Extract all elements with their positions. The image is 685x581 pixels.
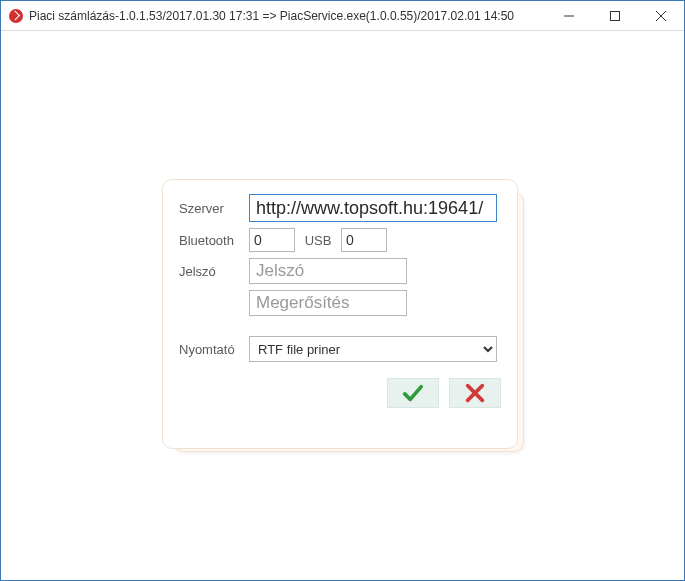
label-bluetooth: Bluetooth (179, 233, 249, 248)
window-titlebar: Piaci számlázás-1.0.1.53/2017.01.30 17:3… (1, 1, 684, 31)
client-area: Dátum Név Jelszó 2017 Szerver Bluetooth … (2, 31, 683, 579)
label-nyomtato: Nyomtató (179, 342, 249, 357)
app-icon (9, 9, 23, 23)
svg-rect-1 (611, 11, 620, 20)
checkmark-icon (402, 382, 424, 404)
ok-button[interactable] (387, 378, 439, 408)
bluetooth-input[interactable] (249, 228, 295, 252)
label-usb: USB (295, 233, 341, 248)
confirm-password-input[interactable] (249, 290, 407, 316)
password-input[interactable] (249, 258, 407, 284)
label-jelszo: Jelszó (179, 264, 249, 279)
settings-panel: Szerver Bluetooth USB Jelszó Nyomtató RT… (162, 179, 518, 449)
minimize-button[interactable] (546, 1, 592, 30)
label-szerver: Szerver (179, 201, 249, 216)
server-input[interactable] (249, 194, 497, 222)
close-button[interactable] (638, 1, 684, 30)
printer-select[interactable]: RTF file priner (249, 336, 497, 362)
close-icon (464, 382, 486, 404)
cancel-button[interactable] (449, 378, 501, 408)
maximize-button[interactable] (592, 1, 638, 30)
window-title: Piaci számlázás-1.0.1.53/2017.01.30 17:3… (29, 9, 546, 23)
usb-input[interactable] (341, 228, 387, 252)
